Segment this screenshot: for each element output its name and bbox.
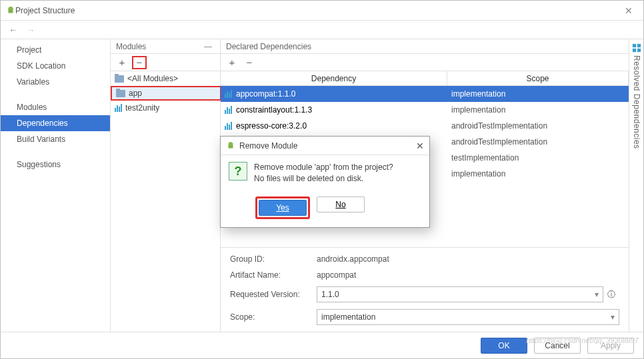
svg-point-8 [229,143,230,144]
deps-header: Declared Dependencies [221,39,629,54]
dialog-buttons: Yes No [221,191,429,227]
yes-highlight: Yes [255,196,310,219]
remove-module-dialog: Remove Module ✕ ? Remove module 'app' fr… [220,136,430,228]
back-button[interactable]: ← [9,25,18,35]
svg-rect-7 [229,145,233,148]
modules-header-label: Modules [116,42,146,51]
dep-scope: implementation [447,105,629,115]
group-id-value: androidx.appcompat [317,254,619,264]
chevron-down-icon: ▾ [611,312,615,322]
module-item-test2unity[interactable]: test2unity [111,101,220,115]
sidebar-item-build-variants[interactable]: Build Variants [1,131,110,147]
dialog-titlebar: Remove Module ✕ [221,137,429,155]
bars-icon [115,104,122,112]
sidebar-item-modules[interactable]: Modules [1,99,110,115]
dialog-title: Remove Module [239,141,412,151]
sidebar-item-dependencies[interactable]: Dependencies [1,115,110,131]
scope-value: implementation [321,312,375,322]
svg-point-2 [11,8,12,9]
dep-row[interactable]: espresso-core:3.2.0 androidTestImplement… [221,118,629,134]
dialog-message: Remove module 'app' from the project? No… [254,162,393,184]
module-label: app [129,89,142,98]
folder-icon [115,75,124,83]
dialog-line2: No files will be deleted on disk. [254,173,393,184]
nav-toolbar: ← → [1,21,643,39]
sidebar-item-project[interactable]: Project [1,42,110,58]
version-info-icon[interactable]: ⓘ [603,289,619,300]
modules-list: <All Modules> app test2unity [111,71,220,332]
forward-button[interactable]: → [26,25,35,35]
dep-scope: androidTestImplementation [447,137,629,147]
svg-rect-6 [637,49,640,52]
scope-select[interactable]: implementation ▾ [317,309,619,325]
sidebar-item-suggestions[interactable]: Suggestions [1,157,110,173]
deps-table-header: Dependency Scope [221,71,629,86]
ok-button[interactable]: OK [481,338,527,354]
add-dependency-button[interactable]: + [225,56,239,69]
group-id-label: Group ID: [230,254,317,264]
resolved-deps-icon[interactable] [632,43,641,53]
android-icon [6,6,15,15]
artifact-value: appcompat [317,270,619,280]
android-icon [226,141,235,151]
svg-rect-4 [637,44,640,47]
modules-header: Modules — [111,39,220,54]
deps-toolbar: + − [221,54,629,71]
question-icon: ? [229,162,247,180]
svg-point-9 [231,143,232,144]
bars-icon [225,90,232,98]
svg-rect-5 [632,49,635,52]
dep-name: constraintlayout:1.1.3 [236,105,312,115]
dep-row[interactable]: appcompat:1.1.0 implementation [221,86,629,102]
modules-minimize-icon[interactable]: — [201,42,215,51]
svg-rect-0 [9,9,13,13]
remove-module-button[interactable]: − [132,56,147,69]
dep-name: appcompat:1.1.0 [236,89,295,99]
right-rail: Resolved Dependencies [629,39,643,332]
dep-scope: implementation [447,169,629,179]
sidebar: Project SDK Location Variables Modules D… [1,39,111,332]
watermark: https://blog.csdn.net/qq_39308897 [526,336,639,344]
scope-label: Scope: [230,312,317,322]
modules-toolbar: + − [111,54,220,71]
window-close-icon[interactable]: ✕ [619,5,638,16]
modules-column: Modules — + − <All Modules> app [111,39,221,332]
window-title: Project Structure [15,6,619,15]
bars-icon [225,106,232,114]
column-scope[interactable]: Scope [447,71,629,85]
module-label: <All Modules> [127,74,178,83]
artifact-label: Artifact Name: [230,270,317,280]
dialog-line1: Remove module 'app' from the project? [254,162,393,173]
no-button[interactable]: No [317,196,365,212]
module-item-app[interactable]: app [111,86,221,101]
dep-scope: testImplementation [447,153,629,163]
dep-scope: implementation [447,89,629,99]
deps-header-label: Declared Dependencies [226,42,311,51]
sidebar-item-variables[interactable]: Variables [1,74,110,90]
version-label: Requested Version: [230,290,317,299]
dialog-body: ? Remove module 'app' from the project? … [221,155,429,191]
bottom-bar: OK Cancel Apply [1,332,643,358]
version-select[interactable]: 1.1.0 ▾ [317,286,603,302]
bars-icon [225,122,232,130]
remove-dependency-button[interactable]: − [242,56,257,69]
titlebar: Project Structure ✕ [1,1,643,21]
add-module-button[interactable]: + [115,56,129,69]
module-item-all[interactable]: <All Modules> [111,71,220,86]
dependency-details: Group ID: androidx.appcompat Artifact Na… [221,247,629,332]
dep-name: espresso-core:3.2.0 [236,121,307,131]
rail-label[interactable]: Resolved Dependencies [632,55,641,149]
column-dependency[interactable]: Dependency [221,71,447,85]
chevron-down-icon: ▾ [595,290,599,299]
folder-icon [116,90,125,97]
dep-row[interactable]: constraintlayout:1.1.3 implementation [221,102,629,118]
dep-scope: androidTestImplementation [447,121,629,131]
version-value: 1.1.0 [321,290,339,299]
module-label: test2unity [125,103,159,113]
svg-rect-3 [632,44,635,47]
yes-button[interactable]: Yes [259,200,307,216]
sidebar-item-sdk-location[interactable]: SDK Location [1,58,110,74]
svg-point-1 [9,8,10,9]
dialog-close-icon[interactable]: ✕ [416,141,424,151]
